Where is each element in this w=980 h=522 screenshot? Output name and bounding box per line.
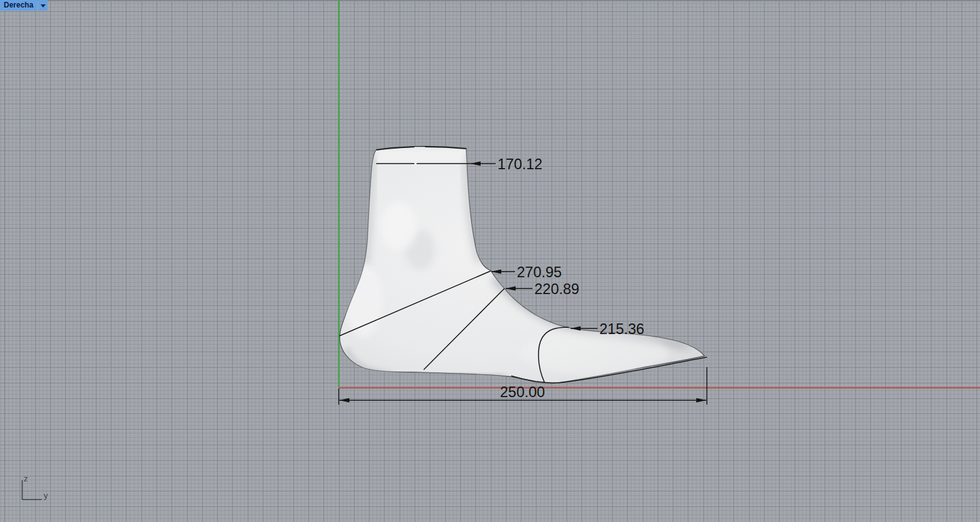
chevron-down-icon [41,4,46,10]
arrowhead-right [696,398,706,402]
dimension-value: 270.95 [517,264,562,280]
arrowhead-left [471,161,481,165]
viewport-menu-button[interactable] [38,0,48,11]
dimension-instep-girth[interactable]: 270.95 [491,264,562,280]
dimension-value: 215.36 [599,321,644,337]
arrowhead-left [506,286,516,290]
dimension-waist-girth[interactable]: 220.89 [506,281,579,297]
viewport-title-tab[interactable]: Derecha [0,0,48,11]
measure-midpoint-marker [414,163,417,165]
viewport-derecha[interactable]: Derecha [0,0,980,522]
dimension-value: 170.12 [498,156,542,172]
viewport-canvas[interactable]: 170.12 270.95 220.89 215.36 250.00 [0,0,980,522]
arrowhead-left [339,398,349,402]
dimension-value: 250.00 [500,384,545,400]
axis-label-y: y [44,491,48,500]
viewport-title[interactable]: Derecha [0,0,38,11]
dimension-value: 220.89 [534,281,579,297]
axis-label-z: z [24,474,28,483]
axis-indicator: z y [22,474,49,500]
